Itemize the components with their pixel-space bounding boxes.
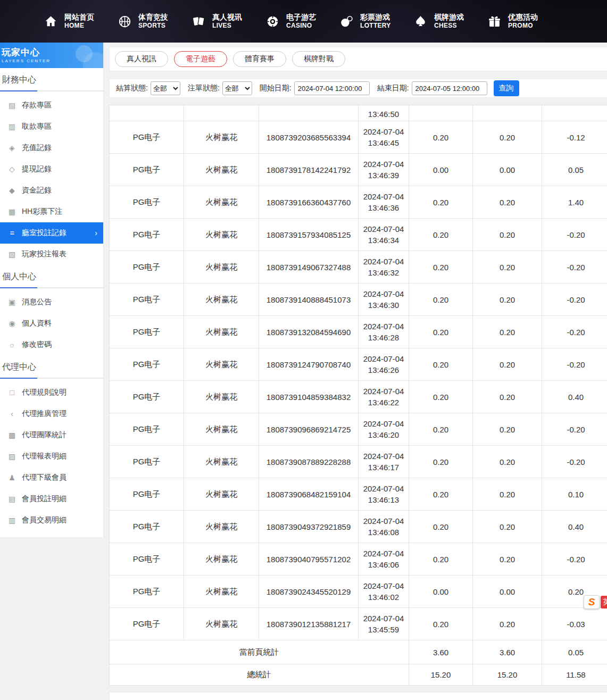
sidebar-item-label: 代理團隊統計 xyxy=(22,430,66,440)
end-date-input[interactable] xyxy=(412,81,487,95)
sidebar-item[interactable]: ≡廳室投註記錄› xyxy=(0,222,103,244)
room-bet-record-icon: ≡ xyxy=(7,229,16,237)
cell-valid-bet: 0.20 xyxy=(473,251,542,284)
cell-bet: 0.00 xyxy=(409,154,473,186)
sidebar-item[interactable]: ▩代理團隊統計 xyxy=(0,424,103,446)
cell-order-no: 1808739166360437760 xyxy=(259,186,359,219)
cell-platform: PG电子 xyxy=(110,381,184,413)
cell-game: 火树赢花 xyxy=(184,121,259,154)
cell-game: 火树赢花 xyxy=(184,284,259,316)
sidebar-item[interactable]: ▣消息公告 xyxy=(0,291,103,313)
nav-item-chess[interactable]: 棋牌游戏CHESS xyxy=(413,12,487,30)
sidebar-item[interactable]: ▤存款專區 xyxy=(0,95,103,116)
sidebar-item[interactable]: ▥會員交易明細 xyxy=(0,510,103,531)
cell-order-no: 1808739178142241792 xyxy=(259,154,359,186)
sidebar-item-label: 代理報表明細 xyxy=(22,452,66,461)
sidebar-item[interactable]: ♟代理下級會員 xyxy=(0,467,103,488)
table-row: PG电子火树赢花18087390684821591042024-07-0413:… xyxy=(110,478,607,511)
recharge-record-icon: ◈ xyxy=(7,144,16,152)
ime-widget[interactable]: S 英 xyxy=(584,595,607,609)
member-bets-icon: ▤ xyxy=(7,495,16,503)
announcement-icon: ▣ xyxy=(7,298,16,306)
sidebar-item[interactable]: ‹代理推廣管理 xyxy=(0,403,103,424)
table-row: PG电子火树赢花18087390243455201292024-07-0413:… xyxy=(110,576,607,608)
cell-time: 13:46:50 xyxy=(359,105,409,121)
cell-bet: 0.20 xyxy=(409,478,473,511)
sidebar-item[interactable]: ◇提現記錄 xyxy=(0,159,103,180)
table-row: PG电子火树赢花18087390878892282882024-07-0413:… xyxy=(110,446,607,478)
password-icon: ☼ xyxy=(7,341,16,348)
sidebar-item[interactable]: ▦HH彩票下注 xyxy=(0,201,103,222)
nav-item-casino[interactable]: 电子游艺CASINO xyxy=(265,12,339,30)
cell-platform: PG电子 xyxy=(110,543,184,576)
sidebar-item[interactable]: ◉個人資料 xyxy=(0,313,103,334)
game-type-tabs: 真人視訊電子遊藝體育賽事棋牌對戰 xyxy=(109,47,607,71)
cell-bet: 0.20 xyxy=(409,219,473,251)
cell-game: 火树赢花 xyxy=(184,413,259,446)
nav-label-cn: 优惠活动 xyxy=(508,12,538,22)
filter-bar: 結算狀態: 全部 注單狀態: 全部 開始日期: 結束日期: 查詢 xyxy=(109,79,607,98)
sidebar-item[interactable]: ▤會員投註明細 xyxy=(0,488,103,510)
cell-order-no: 1808739203685563394 xyxy=(259,121,359,154)
search-button[interactable]: 查詢 xyxy=(494,80,519,96)
home-icon xyxy=(44,14,57,28)
cell-profit: -0.20 xyxy=(542,251,607,284)
sidebar-item[interactable]: ▧玩家投注報表 xyxy=(0,244,103,265)
settle-status-label: 結算狀態: xyxy=(116,84,148,93)
cell-platform: PG电子 xyxy=(110,413,184,446)
cell-valid-bet: 0.20 xyxy=(473,543,542,576)
cell-order-no: 1808739040795571202 xyxy=(259,543,359,576)
cell-profit: -0.20 xyxy=(542,316,607,348)
players-center-header: 玩家中心 LAYERS CENTER xyxy=(0,43,103,68)
table-row: PG电子火树赢花18087390121358812172024-07-0413:… xyxy=(110,608,607,640)
sidebar-item[interactable]: ▥取款專區 xyxy=(0,116,103,137)
cell-game: 火树赢花 xyxy=(184,348,259,381)
cell-bet xyxy=(409,105,473,121)
sidebar-item-label: 代理推廣管理 xyxy=(22,409,66,419)
nav-label-en: LIVES xyxy=(212,22,242,30)
nav-label-en: LOTTERY xyxy=(360,22,391,30)
nav-label-en: SPORTS xyxy=(138,22,168,30)
cell-order-no: 1808739149067327488 xyxy=(259,251,359,284)
order-status-select[interactable]: 全部 xyxy=(222,81,252,95)
table-row: PG电子火树赢花18087391663604377602024-07-0413:… xyxy=(110,186,607,219)
cell-valid-bet: 0.00 xyxy=(473,154,542,186)
nav-label-cn: 彩票游戏 xyxy=(360,12,391,22)
sidebar-item[interactable]: ☼修改密碼 xyxy=(0,334,103,355)
ime-mode-badge[interactable]: 英 xyxy=(601,596,607,609)
sidebar-item[interactable]: □代理規則說明 xyxy=(0,382,103,403)
cell-profit: -0.20 xyxy=(542,446,607,478)
tab-真人視訊[interactable]: 真人視訊 xyxy=(115,51,168,67)
sidebar-item-label: 廳室投註記錄 xyxy=(22,228,66,238)
tab-棋牌對戰[interactable]: 棋牌對戰 xyxy=(292,51,345,67)
cell-time: 2024-07-0413:46:13 xyxy=(359,478,409,511)
settle-status-select[interactable]: 全部 xyxy=(151,81,180,95)
sidebar-item[interactable]: ◆資金記錄 xyxy=(0,180,103,201)
agent-team-stats-icon: ▩ xyxy=(7,431,16,439)
sidebar-item[interactable]: ▨代理報表明細 xyxy=(0,446,103,467)
cell-time: 2024-07-0413:46:45 xyxy=(359,121,409,154)
nav-label-cn: 真人视讯 xyxy=(212,12,242,22)
total-summary-profit: 11.58 xyxy=(542,664,607,686)
sogou-logo-icon[interactable]: S xyxy=(584,595,600,609)
cell-order-no xyxy=(259,105,359,121)
tab-體育賽事[interactable]: 體育賽事 xyxy=(233,51,286,67)
cell-time: 2024-07-0413:46:17 xyxy=(359,446,409,478)
start-date-input[interactable] xyxy=(294,81,370,95)
sidebar-item-label: 會員交易明細 xyxy=(22,515,66,525)
sidebar-item-label: 玩家投注報表 xyxy=(22,249,66,259)
nav-item-sports[interactable]: 体育竞技SPORTS xyxy=(118,12,192,30)
cell-order-no: 1808739124790708740 xyxy=(259,348,359,381)
withdrawal-record-icon: ◇ xyxy=(7,165,16,173)
cell-platform: PG电子 xyxy=(110,348,184,381)
nav-item-promo[interactable]: 优惠活动PROMO xyxy=(487,12,561,30)
nav-label-cn: 棋牌游戏 xyxy=(434,12,464,22)
sidebar-item[interactable]: ◈充值記錄 xyxy=(0,137,103,159)
nav-item-lottery[interactable]: 彩票游戏LOTTERY xyxy=(339,12,413,30)
cell-time: 2024-07-0413:46:22 xyxy=(359,381,409,413)
tab-電子遊藝[interactable]: 電子遊藝 xyxy=(174,51,227,67)
cell-valid-bet: 0.20 xyxy=(473,478,542,511)
cell-profit xyxy=(542,105,607,121)
nav-item-home[interactable]: 网站首页HOME xyxy=(44,12,118,30)
nav-item-lives[interactable]: 真人视讯LIVES xyxy=(192,12,265,30)
